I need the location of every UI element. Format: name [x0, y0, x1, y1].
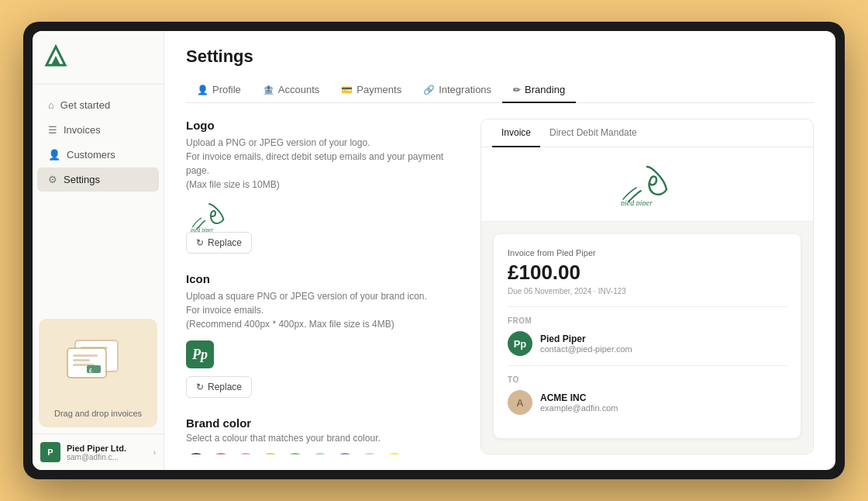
sidebar: ⌂ Get started ☰ Invoices 👤 Customers ⚙ S… [33, 31, 164, 470]
sidebar-item-label: Invoices [64, 124, 101, 136]
icon-section-title: Icon [186, 272, 465, 285]
footer-email: sam@adfin.c... [67, 453, 147, 461]
invoice-logo: pied piper [616, 163, 678, 206]
color-swatch-yellow-dark[interactable] [260, 453, 281, 454]
logo-image-preview: pied piper [186, 201, 465, 232]
brand-color-section: Brand color Select a colour that matches… [186, 416, 465, 454]
chevron-right-icon: › [153, 448, 156, 457]
sender-avatar: Pp [508, 331, 532, 356]
invoice-from-label: Invoice from Pied Piper [508, 248, 787, 257]
icon-section: Icon Upload a square PNG or JPEG version… [186, 272, 465, 398]
profile-tab-icon: 👤 [197, 85, 208, 95]
invoice-to-party: A ACME INC example@adfin.com [508, 390, 787, 415]
device-frame: ⌂ Get started ☰ Invoices 👤 Customers ⚙ S… [23, 22, 845, 479]
invoice-meta: Due 06 November, 2024 · INV-123 [508, 287, 787, 295]
settings-tabs: 👤 Profile 🏦 Accounts 💳 Payments 🔗 Integr… [186, 78, 814, 103]
tab-integrations[interactable]: 🔗 Integrations [412, 78, 502, 103]
logo-section-desc: Upload a PNG or JPEG version of your log… [186, 136, 465, 192]
app-window: ⌂ Get started ☰ Invoices 👤 Customers ⚙ S… [33, 31, 835, 470]
sender-name: Pied Piper [540, 333, 632, 344]
color-swatch-teal[interactable] [310, 453, 330, 454]
accounts-tab-icon: 🏦 [263, 85, 274, 95]
recipient-avatar: A [508, 390, 532, 415]
logo-section-title: Logo [186, 119, 465, 132]
sender-email: contact@pied-piper.com [540, 344, 632, 354]
svg-rect-8 [73, 359, 90, 361]
tab-accounts[interactable]: 🏦 Accounts [252, 78, 330, 103]
footer-info: Pied Piper Ltd. sam@adfin.c... [67, 444, 147, 461]
invoice-amount: £100.00 [508, 261, 787, 285]
preview-tab-invoice[interactable]: Invoice [492, 119, 540, 147]
customers-icon: 👤 [48, 149, 60, 161]
invoice-card: Invoice from Pied Piper £100.00 Due 06 N… [494, 234, 801, 438]
pied-piper-logo-svg: pied piper [186, 201, 232, 232]
color-swatch-lavender[interactable] [360, 453, 380, 454]
brand-icon-preview: Pp [186, 340, 214, 368]
sidebar-promo: £ Drag and drop invoices [39, 319, 157, 427]
promo-svg: £ [64, 325, 133, 387]
color-swatch-green[interactable] [285, 453, 305, 454]
svg-rect-7 [73, 354, 98, 357]
replace-icon-2: ↻ [196, 382, 204, 392]
invoice-preview-panel: Invoice Direct Debit Mandate [480, 119, 814, 454]
logo-replace-button[interactable]: ↻ Replace [186, 232, 252, 254]
settings-icon: ⚙ [48, 174, 57, 185]
footer-company: Pied Piper Ltd. [67, 444, 147, 453]
payments-tab-icon: 💳 [341, 85, 353, 95]
promo-text: Drag and drop invoices [54, 409, 142, 418]
svg-text:pied piper: pied piper [620, 199, 653, 206]
page-header: Settings 👤 Profile 🏦 Accounts 💳 Payments [164, 31, 835, 103]
svg-text:£: £ [89, 368, 92, 373]
sidebar-item-label: Customers [67, 149, 115, 161]
color-swatch-purple[interactable] [335, 453, 355, 454]
svg-text:pied piper: pied piper [190, 227, 214, 232]
recipient-name: ACME INC [540, 392, 618, 403]
invoice-divider-1 [508, 306, 787, 307]
sidebar-item-invoices[interactable]: ☰ Invoices [37, 118, 159, 142]
tab-payments[interactable]: 💳 Payments [330, 78, 412, 103]
preview-content: pied piper Invoice from Pied Piper £100.… [481, 147, 813, 454]
invoices-icon: ☰ [48, 124, 57, 136]
invoice-to-section: TO [508, 375, 787, 384]
invoice-header-area: pied piper [481, 147, 813, 222]
sidebar-footer[interactable]: P Pied Piper Ltd. sam@adfin.c... › [33, 434, 164, 470]
page-title: Settings [186, 47, 814, 67]
branding-tab-icon: ✏ [513, 85, 521, 95]
sidebar-nav: ⌂ Get started ☰ Invoices 👤 Customers ⚙ S… [33, 85, 164, 313]
brand-color-title: Brand color [186, 416, 465, 430]
icon-replace-button[interactable]: ↻ Replace [186, 376, 252, 398]
sidebar-item-label: Settings [64, 174, 100, 185]
svg-rect-6 [67, 348, 106, 378]
settings-left-panel: Logo Upload a PNG or JPEG version of you… [186, 119, 480, 454]
svg-marker-1 [51, 56, 60, 65]
sender-info: Pied Piper contact@pied-piper.com [540, 333, 632, 354]
brand-icon-letter: Pp [192, 347, 208, 363]
icon-section-desc: Upload a square PNG or JPEG version of y… [186, 289, 465, 331]
preview-tab-direct-debit[interactable]: Direct Debit Mandate [540, 119, 646, 147]
tab-profile[interactable]: 👤 Profile [186, 78, 252, 103]
color-swatch-pink[interactable] [236, 453, 256, 454]
app-logo-icon [43, 43, 68, 68]
color-swatch-red[interactable] [211, 453, 231, 454]
integrations-tab-icon: 🔗 [423, 85, 435, 95]
sidebar-item-settings[interactable]: ⚙ Settings [37, 168, 159, 192]
invoice-divider-2 [508, 365, 787, 366]
home-icon: ⌂ [48, 99, 54, 111]
tab-branding[interactable]: ✏ Branding [502, 78, 576, 103]
sidebar-item-get-started[interactable]: ⌂ Get started [37, 93, 159, 117]
settings-body: Logo Upload a PNG or JPEG version of you… [164, 103, 835, 470]
footer-avatar: P [40, 442, 60, 462]
invoice-from-section: FROM [508, 316, 787, 325]
sidebar-item-label: Get started [60, 99, 110, 111]
promo-illustration: £ [64, 325, 133, 394]
color-swatch-gray[interactable]: ✓ [186, 453, 206, 454]
sidebar-item-customers[interactable]: 👤 Customers [37, 143, 159, 167]
recipient-info: ACME INC example@adfin.com [540, 392, 618, 413]
replace-icon: ↻ [196, 237, 204, 248]
color-swatch-yellow[interactable] [384, 453, 405, 454]
logo-section: Logo Upload a PNG or JPEG version of you… [186, 119, 465, 254]
preview-tabs: Invoice Direct Debit Mandate [481, 119, 813, 147]
main-content: Settings 👤 Profile 🏦 Accounts 💳 Payments [164, 31, 835, 470]
sidebar-logo-area [33, 31, 164, 85]
recipient-email: example@adfin.com [540, 403, 618, 413]
